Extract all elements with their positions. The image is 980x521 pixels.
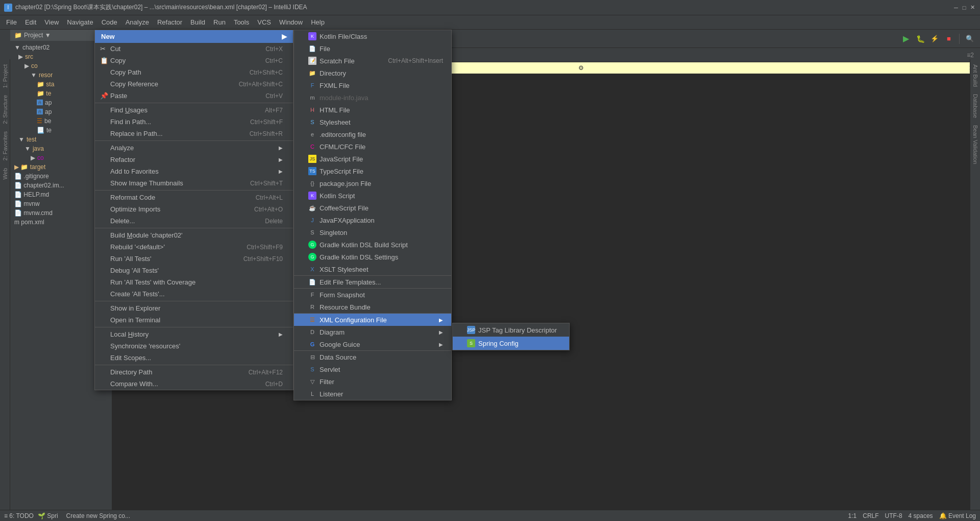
- menu-replace-in-path[interactable]: Replace in Path... Ctrl+Shift+R: [95, 128, 293, 139]
- menu-refactor[interactable]: Refactor ▶: [95, 154, 293, 165]
- debug-button[interactable]: 🐛: [914, 33, 926, 45]
- new-data-source[interactable]: ⊟ Data Source: [294, 351, 451, 363]
- menu-directory-path[interactable]: Directory Path Ctrl+Alt+F12: [95, 366, 293, 378]
- close-button[interactable]: ✕: [969, 4, 976, 11]
- tab-bean-validation[interactable]: Bean Validation: [971, 122, 979, 167]
- menu-copy-path[interactable]: Copy Path Ctrl+Shift+C: [95, 66, 293, 78]
- new-gradle-kotlin-settings[interactable]: G Gradle Kotlin DSL Settings: [294, 251, 451, 263]
- new-html[interactable]: H HTML File: [294, 104, 451, 116]
- new-scratch-file[interactable]: 📝 Scratch File Ctrl+Alt+Shift+Insert: [294, 55, 451, 67]
- new-xml-config[interactable]: ☰ XML Configuration File ▶: [294, 314, 451, 326]
- run-all-tests-label: Run 'All Tests': [110, 255, 152, 263]
- new-typescript[interactable]: TS TypeScript File: [294, 165, 451, 177]
- new-gradle-kotlin-build[interactable]: G Gradle Kotlin DSL Build Script: [294, 239, 451, 251]
- stop-button[interactable]: ■: [943, 33, 955, 45]
- new-form-snapshot[interactable]: F Form Snapshot: [294, 289, 451, 301]
- new-edit-templates[interactable]: 📄 Edit File Templates...: [294, 276, 451, 288]
- new-stylesheet[interactable]: S Stylesheet: [294, 116, 451, 128]
- synchronize-label: Synchronize 'resources': [110, 342, 180, 350]
- search-everywhere[interactable]: 🔍: [964, 33, 976, 45]
- status-event-log[interactable]: 🔔 Event Log: [939, 512, 976, 519]
- new-diagram[interactable]: D Diagram ▶: [294, 326, 451, 338]
- menu-local-history[interactable]: Local History ▶: [95, 328, 293, 340]
- menu-build[interactable]: Build: [186, 16, 209, 28]
- status-spri[interactable]: 🌱 Spri: [38, 512, 58, 519]
- new-editorconfig[interactable]: e .editorconfig file: [294, 128, 451, 140]
- menu-compare-with[interactable]: Compare With... Ctrl+D: [95, 378, 293, 390]
- tab-web[interactable]: Web: [1, 165, 9, 182]
- menu-create-all-tests[interactable]: Create 'All Tests'...: [95, 288, 293, 300]
- menu-analyze[interactable]: Analyze: [121, 16, 153, 28]
- menu-tools[interactable]: Tools: [230, 16, 253, 28]
- menu-navigate[interactable]: Navigate: [63, 16, 97, 28]
- status-position[interactable]: 1:1: [848, 512, 857, 519]
- new-file[interactable]: 📄 File: [294, 42, 451, 55]
- tab-database[interactable]: Database: [971, 91, 979, 121]
- menu-reformat[interactable]: Reformat Code Ctrl+Alt+L: [95, 192, 293, 203]
- run-button[interactable]: ▶: [900, 33, 912, 45]
- menu-synchronize[interactable]: Synchronize 'resources': [95, 340, 293, 352]
- menu-delete[interactable]: Delete... Delete: [95, 215, 293, 227]
- new-servlet[interactable]: S Servlet: [294, 363, 451, 375]
- new-xslt[interactable]: X XSLT Stylesheet: [294, 263, 451, 275]
- window-controls[interactable]: ─ □ ✕: [952, 4, 976, 11]
- menu-edit[interactable]: Edit: [21, 16, 40, 28]
- new-filter[interactable]: ▽ Filter: [294, 375, 451, 388]
- cfml-label: CFML/CFC File: [320, 143, 365, 151]
- menu-open-terminal[interactable]: Open in Terminal: [95, 314, 293, 326]
- new-google-guice[interactable]: G Google Guice ▶: [294, 338, 451, 350]
- menu-rebuild[interactable]: Rebuild '<default>' Ctrl+Shift+F9: [95, 241, 293, 253]
- new-cfml[interactable]: C CFML/CFC File: [294, 140, 451, 153]
- menu-run-all-tests[interactable]: Run 'All Tests' Ctrl+Shift+F10: [95, 253, 293, 265]
- xml-spring-config[interactable]: S Spring Config: [453, 337, 569, 350]
- menu-optimize-imports[interactable]: Optimize Imports Ctrl+Alt+O: [95, 203, 293, 215]
- tab-ant-build[interactable]: Ant Build: [971, 61, 979, 90]
- menu-view[interactable]: View: [40, 16, 63, 28]
- menu-find-usages[interactable]: Find Usages Alt+F7: [95, 104, 293, 116]
- new-resource-bundle[interactable]: R Resource Bundle: [294, 301, 451, 313]
- new-kotlin-script[interactable]: K Kotlin Script: [294, 190, 451, 202]
- menu-file[interactable]: File: [2, 16, 21, 28]
- status-line-endings[interactable]: CRLF: [863, 512, 878, 519]
- new-javascript[interactable]: JS JavaScript File: [294, 153, 451, 165]
- maximize-button[interactable]: □: [961, 4, 968, 11]
- separator-6: [95, 327, 293, 327]
- menu-find-in-path[interactable]: Find in Path... Ctrl+Shift+F: [95, 116, 293, 128]
- xml-jsp-tag-lib[interactable]: JSP JSP Tag Library Descriptor: [453, 323, 569, 337]
- menu-edit-scopes[interactable]: Edit Scopes...: [95, 352, 293, 364]
- menu-show-explorer[interactable]: Show in Explorer: [95, 302, 293, 314]
- new-javafx[interactable]: J JavaFXApplication: [294, 214, 451, 226]
- new-singleton[interactable]: S Singleton: [294, 226, 451, 239]
- new-fxml[interactable]: F FXML File: [294, 79, 451, 91]
- minimize-button[interactable]: ─: [952, 4, 960, 11]
- tab-favorites[interactable]: 2: Favorites: [1, 128, 9, 163]
- menu-run-coverage[interactable]: Run 'All Tests' with Coverage: [95, 276, 293, 288]
- menu-debug-all-tests[interactable]: Debug 'All Tests': [95, 265, 293, 276]
- status-encoding[interactable]: UTF-8: [885, 512, 902, 519]
- menu-copy-reference[interactable]: Copy Reference Ctrl+Alt+Shift+C: [95, 78, 293, 90]
- menu-code[interactable]: Code: [97, 16, 121, 28]
- tab-structure[interactable]: 2: Structure: [1, 92, 9, 127]
- menu-help[interactable]: Help: [307, 16, 329, 28]
- status-indent[interactable]: 4 spaces: [909, 512, 933, 519]
- new-coffeescript[interactable]: ☕ CoffeeScript File: [294, 202, 451, 214]
- menu-add-favorites[interactable]: Add to Favorites ▶: [95, 165, 293, 177]
- menu-cut[interactable]: ✂ Cut Ctrl+X: [95, 43, 293, 55]
- menu-analyze[interactable]: Analyze ▶: [95, 142, 293, 154]
- menu-paste[interactable]: 📌 Paste Ctrl+V: [95, 90, 293, 102]
- new-listener[interactable]: L Listener: [294, 388, 451, 400]
- menu-window[interactable]: Window: [275, 16, 307, 28]
- menu-build-module[interactable]: Build Module 'chapter02': [95, 229, 293, 241]
- menu-vcs[interactable]: VCS: [253, 16, 275, 28]
- new-package-json[interactable]: {} package.json File: [294, 177, 451, 190]
- new-directory[interactable]: 📁 Directory: [294, 67, 451, 79]
- menu-show-thumbnails[interactable]: Show Image Thumbnails Ctrl+Shift+T: [95, 177, 293, 189]
- tab-project[interactable]: 1: Project: [1, 61, 9, 91]
- status-todo[interactable]: ≡ 6: TODO: [4, 512, 34, 519]
- menu-run[interactable]: Run: [209, 16, 230, 28]
- coverage-button[interactable]: ⚡: [928, 33, 941, 45]
- menu-refactor[interactable]: Refactor: [153, 16, 186, 28]
- new-kotlin-file[interactable]: K Kotlin File/Class: [294, 30, 451, 42]
- notification-settings-icon[interactable]: ⚙: [578, 64, 584, 72]
- menu-copy[interactable]: 📋 Copy Ctrl+C: [95, 55, 293, 66]
